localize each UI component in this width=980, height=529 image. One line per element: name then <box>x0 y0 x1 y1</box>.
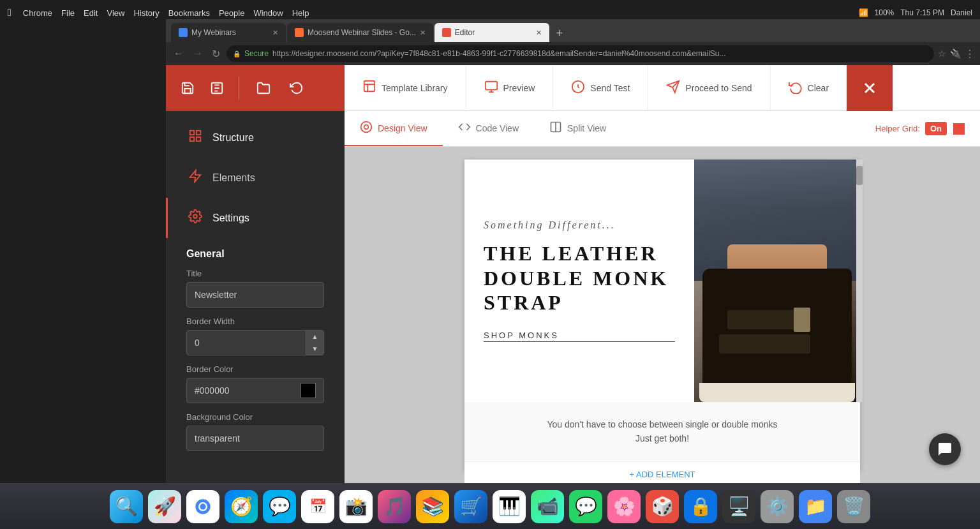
tab-split-view[interactable]: Split View <box>534 111 621 146</box>
dock-finder2[interactable]: 📁 <box>799 490 832 523</box>
tab-moosend-webinar[interactable]: Moosend Webinar Slides - Go... ✕ <box>287 23 433 42</box>
dock-chrome[interactable] <box>186 490 219 523</box>
new-tab-button[interactable]: + <box>551 24 568 42</box>
svg-rect-2 <box>197 131 200 135</box>
border-width-field-group: Border Width ▲ ▼ <box>186 317 324 355</box>
bookmark-icon[interactable]: ☆ <box>938 48 946 59</box>
canvas-scrollbar[interactable] <box>856 160 863 402</box>
proceed-to-send-label: Proceed to Send <box>685 83 752 93</box>
tab-my-webinars[interactable]: My Webinars ✕ <box>171 23 286 42</box>
dock-dice[interactable]: 🎲 <box>646 490 679 523</box>
people-menu[interactable]: People <box>219 8 244 18</box>
dock-photos[interactable]: 📸 <box>339 490 373 523</box>
dock-settings[interactable]: ⚙️ <box>761 490 794 523</box>
email-hero-section: Something Different... THE LEATHER DOUBL… <box>464 160 860 402</box>
spinner-down[interactable]: ▼ <box>306 343 323 355</box>
close-tab-icon[interactable]: ✕ <box>420 29 426 37</box>
send-test-icon <box>571 80 585 96</box>
dock-music[interactable]: 🎵 <box>378 490 411 523</box>
code-view-icon <box>458 121 471 135</box>
hero-cta-button[interactable]: SHOP MONKS <box>484 331 675 342</box>
border-color-input[interactable]: #000000 <box>186 378 324 403</box>
close-tab-icon[interactable]: ✕ <box>536 29 542 37</box>
mac-dock: 🔍 🚀 🧭 💬 📅 📸 🎵 📚 🛒 🎹 📹 💬 🌸 🎲 🔒 🖥️ ⚙️ 📁 🗑️ <box>0 483 980 529</box>
add-element-button[interactable]: + ADD ELEMENT <box>464 461 860 483</box>
tab-code-view[interactable]: Code View <box>443 111 534 146</box>
border-width-value[interactable] <box>187 331 306 355</box>
browser-menu-icon[interactable]: ⋮ <box>965 48 975 60</box>
preview-nav[interactable]: Preview <box>466 65 554 110</box>
view-menu[interactable]: View <box>107 8 124 18</box>
tab-editor[interactable]: Editor ✕ <box>434 23 549 42</box>
refresh-button[interactable]: ↻ <box>209 48 223 60</box>
dock-calendar[interactable]: 📅 <box>301 490 334 523</box>
settings-label: Settings <box>212 212 249 224</box>
dock-safari[interactable]: 🧭 <box>225 490 258 523</box>
proceed-to-send-nav[interactable]: Proceed to Send <box>648 65 770 110</box>
toolbar-save-group <box>176 77 239 100</box>
chrome-menu[interactable]: Chrome <box>23 8 52 18</box>
clear-nav[interactable]: Clear <box>771 65 847 110</box>
structure-icon <box>188 129 202 146</box>
battery-icon: 100% <box>875 8 895 17</box>
template-library-nav[interactable]: Template Library <box>345 65 466 110</box>
bookmarks-menu[interactable]: Bookmarks <box>168 8 210 18</box>
border-width-input[interactable]: ▲ ▼ <box>186 330 324 355</box>
dock-flower[interactable]: 🌸 <box>607 490 641 523</box>
dock-trash[interactable]: 🗑️ <box>837 490 870 523</box>
user-label: Daniel <box>951 8 972 17</box>
sidebar-item-elements[interactable]: Elements <box>166 158 345 198</box>
email-body: Something Different... THE LEATHER DOUBL… <box>464 160 860 470</box>
sidebar-item-settings[interactable]: Settings <box>166 198 345 238</box>
dock-books[interactable]: 📚 <box>416 490 449 523</box>
back-button[interactable]: ← <box>171 48 186 59</box>
save-as-button[interactable] <box>205 77 228 100</box>
border-width-label: Border Width <box>186 317 324 326</box>
dock-skype[interactable]: 💬 <box>263 490 296 523</box>
save-button[interactable] <box>176 77 199 100</box>
dock-facetime[interactable]: 📹 <box>531 490 564 523</box>
tab-design-view[interactable]: Design View <box>345 111 443 146</box>
history-menu[interactable]: History <box>133 8 159 18</box>
settings-icon <box>188 209 202 227</box>
dock-launchpad[interactable]: 🚀 <box>148 490 181 523</box>
helper-grid-toggle[interactable]: On <box>925 122 947 135</box>
forward-button[interactable]: → <box>190 48 205 59</box>
border-color-label: Border Color <box>186 364 324 374</box>
dock-whatsapp[interactable]: 💬 <box>569 490 602 523</box>
extension-icon[interactable]: 🔌 <box>950 48 961 59</box>
apple-icon[interactable]:  <box>8 7 11 19</box>
spinner-up[interactable]: ▲ <box>306 331 323 343</box>
dock-appstore[interactable]: 🛒 <box>454 490 487 523</box>
dock-finder[interactable]: 🔍 <box>110 490 143 523</box>
window-menu[interactable]: Window <box>253 8 283 18</box>
color-swatch[interactable] <box>301 383 316 398</box>
split-view-icon <box>549 121 562 135</box>
file-menu[interactable]: File <box>61 8 75 18</box>
clock: Thu 7:15 PM <box>900 8 944 17</box>
dock-piano[interactable]: 🎹 <box>493 490 526 523</box>
chat-widget-button[interactable] <box>929 433 961 465</box>
close-tab-icon[interactable]: ✕ <box>272 29 278 37</box>
background-color-input[interactable]: transparent <box>186 426 324 451</box>
send-test-nav[interactable]: Send Test <box>553 65 648 110</box>
browser-tab-bar: My Webinars ✕ Moosend Webinar Slides - G… <box>166 19 980 42</box>
dock-1password[interactable]: 🔒 <box>684 490 717 523</box>
edit-menu[interactable]: Edit <box>84 8 98 18</box>
sidebar-top-area <box>0 19 166 244</box>
editor-close-button[interactable] <box>847 65 893 111</box>
svg-rect-7 <box>364 81 375 92</box>
address-field[interactable]: 🔒 Secure https://designer.moosend.com/?a… <box>226 45 934 62</box>
sidebar-item-structure[interactable]: Structure <box>166 117 345 158</box>
help-menu[interactable]: Help <box>292 8 309 18</box>
design-view-label: Design View <box>378 123 427 133</box>
title-input[interactable]: Newsletter <box>186 282 324 308</box>
email-canvas: Something Different... THE LEATHER DOUBL… <box>345 147 980 483</box>
template-library-icon <box>362 79 376 96</box>
scrollbar-thumb[interactable] <box>856 166 863 185</box>
preview-icon <box>484 80 498 96</box>
undo-button[interactable] <box>285 77 308 100</box>
mac-sidebar <box>0 19 166 483</box>
open-button[interactable] <box>252 77 275 100</box>
dock-monitor[interactable]: 🖥️ <box>722 490 755 523</box>
